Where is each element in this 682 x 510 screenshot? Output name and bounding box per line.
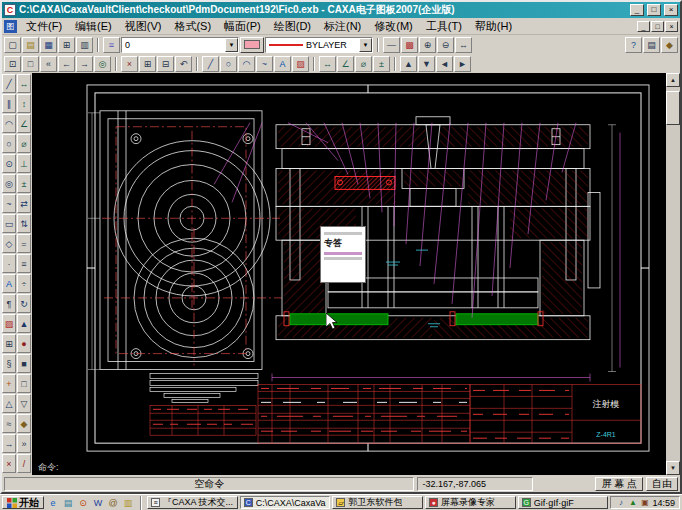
task-screen-recorder[interactable]: ● 屏幕录像专家 <box>425 496 516 509</box>
current-color-button[interactable] <box>240 37 264 53</box>
undo-icon[interactable]: ↶ <box>175 56 192 72</box>
draw-line-icon[interactable]: ╱ <box>202 56 219 72</box>
tool-polygon-icon[interactable]: ◇ <box>2 234 16 253</box>
tool-concentric-icon[interactable]: ⊙ <box>2 154 16 173</box>
dim-diameter2-icon[interactable]: ⌀ <box>17 134 31 153</box>
maximize-button[interactable]: □ <box>647 4 661 16</box>
modify-node-icon[interactable]: ◆ <box>17 414 31 433</box>
pan-icon[interactable]: ↔ <box>455 37 472 53</box>
tool-circle-icon[interactable]: ○ <box>2 134 16 153</box>
menu-modify[interactable]: 修改(M) <box>368 18 419 35</box>
zoom-in-icon[interactable]: ⊕ <box>419 37 436 53</box>
modify-scale-icon[interactable]: ▲ <box>17 314 31 333</box>
draw-spline-icon[interactable]: ~ <box>256 56 273 72</box>
menu-edit[interactable]: 编辑(E) <box>69 18 118 35</box>
menu-format[interactable]: 格式(S) <box>168 18 217 35</box>
modify-mirror-icon[interactable]: ⇄ <box>17 194 31 213</box>
menu-draw[interactable]: 绘图(D) <box>268 18 317 35</box>
scroll-up-icon[interactable]: ▲ <box>666 73 680 87</box>
task-folder[interactable]: ▱ 郭卫东软件包 <box>332 496 423 509</box>
modify-trim-icon[interactable]: / <box>17 454 31 473</box>
dim-perpendicular-icon[interactable]: ⊥ <box>17 154 31 173</box>
prev-view-icon[interactable]: ◄ <box>436 56 453 72</box>
layer-down-icon[interactable]: ▼ <box>418 56 435 72</box>
dim-linear-icon[interactable]: ↔ <box>319 56 336 72</box>
dim-diameter-icon[interactable]: ⌀ <box>355 56 372 72</box>
tool-arc-icon[interactable]: ◠ <box>2 114 16 133</box>
dim-angle-icon[interactable]: ∠ <box>337 56 354 72</box>
child-restore-button[interactable]: □ <box>651 21 664 32</box>
options-icon[interactable]: ◆ <box>661 37 678 53</box>
drawing-canvas[interactable]: 注射模 Z-4R1 命令: 专答 <box>32 73 666 475</box>
new-file-icon[interactable]: ▢ <box>4 37 21 53</box>
help-icon[interactable]: ? <box>625 37 642 53</box>
modify-equal-icon[interactable]: = <box>17 234 31 253</box>
dim-vertical-icon[interactable]: ↕ <box>17 94 31 113</box>
zoom-out-icon[interactable]: ⊖ <box>437 37 454 53</box>
color-palette-icon[interactable]: ▩ <box>401 37 418 53</box>
menu-dimension[interactable]: 标注(N) <box>318 18 367 35</box>
layer-combo[interactable]: 0 ▼ <box>121 37 239 53</box>
draw-arc-icon[interactable]: ◠ <box>238 56 255 72</box>
draw-text-icon[interactable]: A <box>274 56 291 72</box>
linetype-combo-arrow-icon[interactable]: ▼ <box>359 38 372 52</box>
menu-sheet[interactable]: 幅面(P) <box>218 18 267 35</box>
tray-display-icon[interactable]: ▣ <box>639 498 650 507</box>
menu-file[interactable]: 文件(F) <box>20 18 68 35</box>
mail-icon[interactable]: @ <box>106 496 120 509</box>
scrollbar-track[interactable] <box>666 87 680 461</box>
pan-left-icon[interactable]: ← <box>58 56 75 72</box>
zoom-window-icon[interactable]: ⊡ <box>4 56 21 72</box>
dim-horizontal-icon[interactable]: ↔ <box>17 74 31 93</box>
ie-icon[interactable]: e <box>46 496 60 509</box>
paste-icon[interactable]: ⊟ <box>157 56 174 72</box>
zoom-prev-icon[interactable]: « <box>40 56 57 72</box>
dim-tolerance-icon[interactable]: ± <box>373 56 390 72</box>
modify-divide-icon[interactable]: ÷ <box>17 274 31 293</box>
close-button[interactable]: × <box>664 4 678 16</box>
linewidth-icon[interactable]: — <box>383 37 400 53</box>
tool-paragraph-icon[interactable]: ¶ <box>2 294 16 313</box>
tray-shield-icon[interactable]: ▲ <box>627 498 638 507</box>
word-icon[interactable]: W <box>91 496 105 509</box>
draw-hatch-icon[interactable]: ▨ <box>292 56 309 72</box>
tool-hatch-icon[interactable]: ▨ <box>2 314 16 333</box>
start-button[interactable]: 开始 <box>2 496 44 509</box>
tool-rect-icon[interactable]: ▭ <box>2 214 16 233</box>
tool-erase-icon[interactable]: × <box>2 454 16 473</box>
tool-block-icon[interactable]: ⊞ <box>2 334 16 353</box>
tool-spline-icon[interactable]: ~ <box>2 194 16 213</box>
cut-icon[interactable]: × <box>121 56 138 72</box>
copy-icon[interactable]: ⊞ <box>139 56 156 72</box>
tool-ellipse-icon[interactable]: ◎ <box>2 174 16 193</box>
scroll-down-icon[interactable]: ▼ <box>666 461 680 475</box>
next-view-icon[interactable]: ► <box>454 56 471 72</box>
modify-fill-icon[interactable]: ● <box>17 334 31 353</box>
pan-right-icon[interactable]: → <box>76 56 93 72</box>
tool-formula-icon[interactable]: § <box>2 354 16 373</box>
layers-icon[interactable]: ≡ <box>103 37 120 53</box>
open-file-icon[interactable]: ▤ <box>22 37 39 53</box>
child-close-button[interactable]: × <box>665 21 678 32</box>
tool-text-icon[interactable]: A <box>2 274 16 293</box>
tool-contour-icon[interactable]: △ <box>2 394 16 413</box>
tool-line-icon[interactable]: ╱ <box>2 74 16 93</box>
properties-icon[interactable]: ▤ <box>643 37 660 53</box>
folder-launch-icon[interactable]: ▥ <box>121 496 135 509</box>
tool-axis-icon[interactable]: + <box>2 374 16 393</box>
vertical-scrollbar[interactable]: ▲ ▼ <box>666 73 680 475</box>
modify-array-icon[interactable]: ⇅ <box>17 214 31 233</box>
pick-mode-button[interactable]: 自由 <box>646 477 678 491</box>
zoom-all-icon[interactable]: □ <box>22 56 39 72</box>
menu-view[interactable]: 视图(V) <box>119 18 168 35</box>
draw-circle-icon[interactable]: ○ <box>220 56 237 72</box>
scrollbar-thumb[interactable] <box>666 91 680 125</box>
tool-wave-icon[interactable]: ≈ <box>2 414 16 433</box>
screen-point-button[interactable]: 屏 幕 点 <box>595 477 643 491</box>
tray-volume-icon[interactable]: ♪ <box>615 498 626 507</box>
dim-angle2-icon[interactable]: ∠ <box>17 114 31 133</box>
print-icon[interactable]: ⊞ <box>58 37 75 53</box>
tool-parallel-icon[interactable]: ∥ <box>2 94 16 113</box>
preview-icon[interactable]: ▥ <box>76 37 93 53</box>
child-minimize-button[interactable]: _ <box>637 21 650 32</box>
